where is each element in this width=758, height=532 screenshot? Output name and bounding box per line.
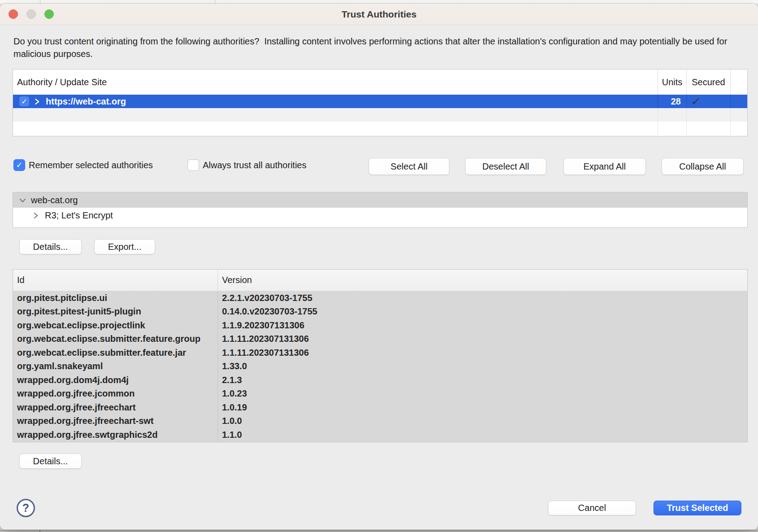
zoom-button[interactable] — [44, 9, 54, 19]
unit-version: 1.0.0 — [218, 414, 747, 428]
unit-row[interactable]: wrapped.org.jfree.jfreechart1.0.19 — [13, 401, 747, 414]
background-window-bottom-strip — [0, 530, 758, 532]
unit-version: 2.1.3 — [218, 373, 747, 387]
chevron-down-icon[interactable] — [19, 197, 26, 204]
help-button[interactable]: ? — [17, 499, 35, 517]
remember-authorities-checkbox[interactable]: ✓ — [13, 159, 25, 171]
unit-version: 1.33.0 — [218, 360, 747, 374]
unit-version: 1.0.23 — [218, 387, 747, 401]
unit-id: wrapped.org.dom4j.dom4j — [13, 373, 218, 387]
window-controls — [9, 9, 54, 19]
select-all-button[interactable]: Select All — [369, 158, 449, 175]
question-mark-icon: ? — [22, 501, 29, 515]
unit-row[interactable]: org.webcat.eclipse.projectlink1.1.9.2023… — [13, 318, 747, 332]
unit-version: 1.0.19 — [218, 401, 747, 414]
unit-row[interactable]: wrapped.org.jfree.jfreechart-swt1.0.0 — [13, 414, 747, 428]
tree-item-certificate[interactable]: R3; Let's Encrypt — [13, 208, 747, 223]
deselect-all-button[interactable]: Deselect All — [465, 158, 546, 175]
empty-cell — [658, 122, 687, 135]
empty-cell — [687, 108, 731, 122]
column-header-units[interactable]: Units — [658, 70, 687, 95]
empty-table-row — [13, 122, 747, 135]
dialog-description: Do you trust content originating from th… — [13, 35, 736, 60]
always-trust-checkbox[interactable] — [187, 159, 199, 171]
empty-cell — [687, 122, 731, 135]
unit-details-button[interactable]: Details... — [19, 454, 82, 469]
remember-authorities-label: Remember selected authorities — [29, 160, 153, 170]
unit-row[interactable]: org.pitest.pitclipse.ui2.2.1.v20230703-1… — [13, 291, 747, 305]
authority-cell: ✓ https://web-cat.org — [13, 95, 658, 108]
unit-row[interactable]: org.pitest.pitest-junit5-plugin0.14.0.v2… — [13, 305, 747, 319]
collapse-all-button[interactable]: Collapse All — [662, 158, 744, 175]
unit-row[interactable]: wrapped.org.dom4j.dom4j2.1.3 — [13, 373, 747, 387]
column-header-secured[interactable]: Secured — [687, 70, 731, 95]
units-count: 28 — [658, 96, 686, 107]
chevron-right-icon[interactable] — [34, 98, 40, 105]
empty-cell — [13, 108, 658, 122]
expand-all-button[interactable]: Expand All — [563, 158, 646, 175]
background-divider — [40, 0, 40, 4]
unit-id: org.pitest.pitest-junit5-plugin — [13, 305, 218, 319]
titlebar[interactable]: Trust Authorities — [0, 4, 758, 25]
certificate-tree: web-cat.org R3; Let's Encrypt — [13, 192, 748, 228]
chevron-right-icon[interactable] — [32, 212, 39, 219]
unit-row[interactable]: org.webcat.eclipse.submitter.feature.jar… — [13, 346, 747, 360]
certificate-details-button[interactable]: Details... — [19, 239, 82, 254]
authorities-table-header: Authority / Update Site Units Secured — [13, 70, 747, 95]
authority-url: https://web-cat.org — [46, 96, 126, 107]
tree-item-label: web-cat.org — [31, 195, 78, 205]
background-divider — [215, 0, 215, 4]
cancel-button[interactable]: Cancel — [548, 501, 636, 515]
unit-row[interactable]: wrapped.org.jfree.jcommon1.0.23 — [13, 387, 747, 401]
authority-checkbox[interactable]: ✓ — [19, 96, 29, 106]
unit-version: 0.14.0.v20230703-1755 — [218, 305, 747, 319]
unit-row[interactable]: org.yaml.snakeyaml1.33.0 — [13, 360, 747, 374]
column-header-spare — [731, 70, 747, 95]
authorities-table: Authority / Update Site Units Secured ✓ … — [13, 69, 748, 136]
background-window-top-strip — [0, 0, 758, 4]
tree-item-label: R3; Let's Encrypt — [45, 210, 113, 221]
unit-id: org.webcat.eclipse.submitter.feature.gro… — [13, 332, 218, 346]
always-trust-label: Always trust all authorities — [203, 160, 306, 170]
spare-cell — [731, 95, 747, 108]
units-table-body: org.pitest.pitclipse.ui2.2.1.v20230703-1… — [13, 291, 747, 442]
unit-version: 2.2.1.v20230703-1755 — [218, 291, 747, 305]
unit-row[interactable]: org.webcat.eclipse.submitter.feature.gro… — [13, 332, 747, 346]
unit-version: 1.1.9.202307131306 — [218, 318, 747, 332]
units-table: Id Version org.pitest.pitclipse.ui2.2.1.… — [13, 269, 748, 442]
unit-id: wrapped.org.jfree.swtgraphics2d — [13, 428, 218, 442]
unit-version: 1.1.11.202307131306 — [218, 332, 747, 346]
secured-check-icon: ✓ — [686, 95, 701, 108]
dialog-title: Trust Authorities — [341, 9, 416, 20]
empty-cell — [13, 122, 658, 135]
unit-version: 1.1.11.202307131306 — [218, 346, 747, 360]
authority-row[interactable]: ✓ https://web-cat.org 28 ✓ — [13, 95, 747, 108]
column-header-id[interactable]: Id — [13, 270, 218, 291]
empty-cell — [731, 122, 747, 135]
close-button[interactable] — [9, 9, 18, 19]
unit-id: wrapped.org.jfree.jfreechart — [13, 401, 218, 414]
unit-id: org.webcat.eclipse.submitter.feature.jar — [13, 346, 218, 360]
certificate-export-button[interactable]: Export... — [94, 239, 155, 254]
minimize-button — [26, 9, 36, 19]
column-header-version[interactable]: Version — [218, 270, 747, 291]
screen: Trust Authorities Do you trust content o… — [0, 0, 758, 532]
unit-id: wrapped.org.jfree.jcommon — [13, 387, 218, 401]
column-header-authority[interactable]: Authority / Update Site — [13, 70, 658, 95]
units-cell: 28 — [658, 95, 687, 108]
unit-id: org.yaml.snakeyaml — [13, 360, 218, 374]
unit-row[interactable]: wrapped.org.jfree.swtgraphics2d1.1.0 — [13, 428, 747, 442]
unit-id: org.pitest.pitclipse.ui — [13, 291, 218, 305]
units-table-header: Id Version — [13, 270, 747, 291]
empty-cell — [658, 108, 687, 122]
secured-cell: ✓ — [687, 95, 731, 108]
check-icon: ✓ — [21, 97, 27, 106]
background-divider — [39, 530, 40, 532]
unit-id: org.webcat.eclipse.projectlink — [13, 318, 218, 332]
empty-cell — [731, 108, 747, 122]
unit-id: wrapped.org.jfree.jfreechart-swt — [13, 414, 218, 428]
tree-item-web-cat[interactable]: web-cat.org — [13, 192, 747, 208]
trust-selected-button[interactable]: Trust Selected — [653, 501, 741, 515]
empty-table-row — [13, 108, 747, 122]
unit-version: 1.1.0 — [218, 428, 747, 442]
